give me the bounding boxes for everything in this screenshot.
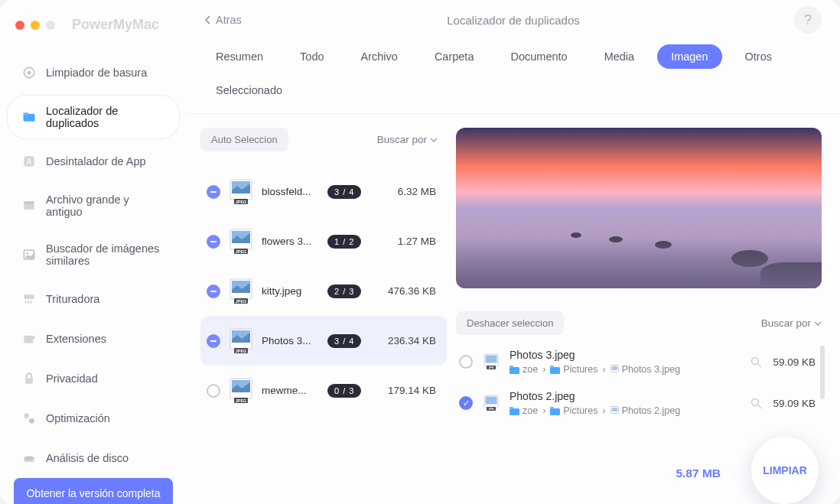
file-size: 476.36 KB	[388, 285, 436, 297]
sort-button[interactable]: Buscar por	[377, 134, 438, 145]
tab-media[interactable]: Media	[591, 44, 649, 69]
sidebar-item-cleaner[interactable]: Limpiador de basura	[8, 56, 179, 89]
sidebar-nav: Limpiador de basura Localizador de dupli…	[0, 53, 187, 478]
tab-imagen[interactable]: Imagen	[657, 44, 721, 69]
disk-icon	[21, 450, 37, 466]
tab-archivo[interactable]: Archivo	[347, 44, 412, 69]
file-group-row[interactable]: JPEG flowers 3... 1 / 2 1.27 MB	[200, 216, 447, 266]
sidebar-item-duplicates[interactable]: Localizador de duplicados	[8, 96, 179, 138]
file-name: Photos 3...	[262, 335, 318, 346]
chevron-down-icon	[814, 321, 822, 326]
sidebar-item-shredder[interactable]: Trituradora	[8, 282, 179, 316]
svg-rect-10	[24, 294, 34, 299]
file-name: kitty.jpeg	[262, 285, 318, 297]
sidebar-item-disk[interactable]: Análisis de disco	[8, 441, 179, 475]
sidebar-item-similar[interactable]: Buscador de imágenes similares	[8, 233, 179, 276]
scrollbar[interactable]	[820, 346, 825, 399]
duplicate-instance-row[interactable]: JPG Photos 3.jpeg zoe › Pictures › Photo…	[456, 346, 822, 378]
svg-point-20	[24, 457, 34, 460]
tab-seleccionado[interactable]: Seleccionado	[202, 78, 296, 102]
dup-sort-button[interactable]: Buscar por	[761, 317, 822, 329]
group-checkbox[interactable]	[207, 285, 220, 298]
instance-size: 59.09 KB	[773, 398, 816, 409]
group-checkbox[interactable]	[207, 235, 220, 249]
jpg-mini-icon	[610, 365, 619, 374]
archive-icon	[21, 198, 37, 213]
sidebar-item-label: Análisis de disco	[46, 452, 129, 464]
file-path-breadcrumb: zoe › Pictures › Photos 2.jpeg	[510, 405, 740, 416]
jpeg-file-icon: JPEG	[230, 229, 252, 254]
get-full-version-button[interactable]: Obtener la versión completa	[14, 478, 173, 504]
sidebar: PowerMyMac Limpiador de basura Localizad…	[0, 0, 187, 504]
jpg-mini-icon	[610, 406, 619, 415]
back-label: Atras	[216, 14, 242, 26]
duplicate-instance-row[interactable]: JPG Photos 2.jpeg zoe › Pictures › Photo…	[456, 387, 822, 419]
tab-carpeta[interactable]: Carpeta	[421, 44, 488, 69]
jpg-file-icon: JPG	[483, 353, 499, 370]
sidebar-item-label: Optimización	[46, 412, 110, 424]
sidebar-item-uninstaller[interactable]: A Desintalador de App	[8, 145, 179, 178]
file-name: mewme...	[262, 385, 318, 396]
chevron-left-icon	[205, 15, 211, 24]
file-group-row[interactable]: JPEG blossfeld... 3 / 4 6.32 MB	[200, 167, 447, 216]
svg-point-17	[24, 413, 29, 418]
svg-rect-54	[486, 397, 497, 405]
sidebar-item-extensions[interactable]: Extensiones	[8, 322, 179, 356]
svg-rect-47	[550, 367, 560, 374]
file-group-row[interactable]: JPEG mewme... 0 / 3 179.14 KB	[200, 366, 447, 415]
svg-point-63	[752, 398, 759, 405]
undo-selection-button[interactable]: Deshacer seleccion	[456, 311, 564, 335]
shredder-icon	[21, 291, 37, 307]
file-group-row[interactable]: JPEG kitty.jpeg 2 / 3 476.36 KB	[200, 266, 447, 316]
svg-point-18	[29, 418, 34, 424]
sidebar-item-label: Desintalador de App	[46, 155, 146, 167]
tab-resumen[interactable]: Resumen	[202, 44, 277, 69]
group-checkbox[interactable]	[207, 384, 220, 398]
jpeg-file-icon: JPEG	[230, 328, 252, 353]
instance-size: 59.09 KB	[773, 356, 816, 368]
svg-rect-45	[510, 367, 519, 374]
auto-select-button[interactable]: Auto Seleccion	[200, 128, 288, 151]
sidebar-item-privacy[interactable]: Privacidad	[8, 362, 179, 395]
sort-label: Buscar por	[377, 134, 427, 145]
sidebar-item-largefiles[interactable]: Archivo grande y antiguo	[8, 184, 179, 227]
footer: 5.87 MB LIMPIAR	[373, 443, 840, 504]
instance-file-name: Photos 2.jpeg	[510, 390, 740, 402]
svg-rect-48	[550, 366, 554, 368]
instance-checkbox[interactable]	[459, 396, 473, 410]
app-brand: PowerMyMac	[72, 17, 159, 33]
close-window-button[interactable]	[15, 21, 24, 30]
sidebar-item-label: Limpiador de basura	[46, 67, 147, 79]
chevron-down-icon	[430, 138, 438, 142]
svg-text:JPEG: JPEG	[236, 200, 247, 204]
group-checkbox[interactable]	[207, 334, 220, 348]
help-button[interactable]: ?	[794, 6, 822, 34]
maximize-window-button[interactable]	[46, 21, 55, 30]
file-size: 179.14 KB	[388, 385, 436, 396]
tab-todo[interactable]: Todo	[286, 44, 337, 69]
total-selected-size: 5.87 MB	[676, 467, 721, 480]
instance-checkbox[interactable]	[459, 355, 473, 369]
svg-line-52	[758, 364, 761, 367]
file-path-breadcrumb: zoe › Pictures › Photos 3.jpeg	[510, 364, 740, 375]
puzzle-icon	[21, 331, 37, 346]
filter-tabs: Resumen Todo Archivo Carpeta Documento M…	[187, 37, 840, 114]
svg-text:JPEG: JPEG	[236, 398, 247, 403]
svg-point-51	[752, 357, 759, 364]
duplicate-count-badge: 3 / 4	[327, 334, 361, 348]
sidebar-item-optimize[interactable]: Optimización	[8, 402, 179, 435]
optimize-icon	[21, 411, 37, 426]
tab-documento[interactable]: Documento	[497, 44, 581, 69]
search-icon[interactable]	[750, 356, 762, 368]
jpg-file-icon: JPG	[483, 395, 499, 411]
file-group-row[interactable]: JPEG Photos 3... 3 / 4 236.34 KB	[200, 316, 447, 366]
back-button[interactable]: Atras	[205, 14, 242, 26]
clean-button[interactable]: LIMPIAR	[751, 437, 819, 504]
group-checkbox[interactable]	[207, 185, 220, 199]
search-icon[interactable]	[750, 398, 762, 409]
minimize-window-button[interactable]	[31, 21, 40, 30]
tab-otros[interactable]: Otros	[731, 44, 786, 69]
duplicate-instances-list: JPG Photos 3.jpeg zoe › Pictures › Photo…	[456, 346, 822, 419]
duplicate-count-badge: 3 / 4	[327, 185, 361, 199]
file-name: blossfeld...	[262, 186, 318, 197]
